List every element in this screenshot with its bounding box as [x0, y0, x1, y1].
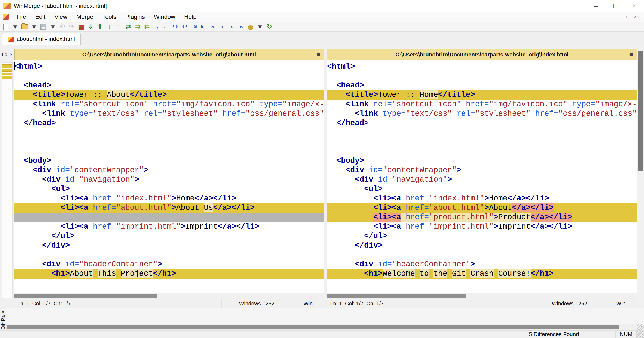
code-line[interactable]: <html> — [327, 62, 637, 72]
vertical-scrollbar[interactable] — [637, 49, 644, 308]
right-header-menu-icon[interactable]: ≡ — [629, 51, 633, 58]
code-line[interactable] — [327, 128, 637, 137]
code-line[interactable]: <li><a href="imprint.html">Imprint</a></… — [14, 222, 324, 232]
open-dropdown[interactable]: ▾ — [30, 22, 38, 31]
undo-button[interactable]: ↶ — [58, 22, 67, 31]
code-line[interactable]: <li><a href="about.html">About</a></li> — [327, 203, 637, 213]
close-button[interactable]: × — [625, 0, 644, 12]
location-diff-marker[interactable] — [2, 69, 12, 72]
next-file-button[interactable]: › — [227, 22, 236, 31]
location-diff-marker[interactable] — [2, 76, 12, 79]
open-button[interactable] — [20, 22, 29, 31]
minimize-button[interactable]: – — [586, 0, 606, 12]
mdi-close-button[interactable]: × — [630, 12, 640, 21]
window-resize-grip[interactable] — [637, 330, 644, 338]
menu-edit[interactable]: Edit — [30, 12, 50, 22]
location-diff-marker[interactable] — [2, 72, 12, 75]
code-line[interactable]: </head> — [327, 118, 637, 128]
view-report-button[interactable]: ▦ — [76, 22, 86, 31]
code-line[interactable] — [327, 137, 637, 147]
tab-about-index[interactable]: about.html - index.html — [2, 33, 81, 45]
location-diff-marker[interactable] — [2, 64, 12, 68]
copy-all-left-button[interactable]: ↑ — [114, 22, 123, 31]
code-line[interactable]: <div id="navigation"> — [327, 175, 637, 184]
code-line[interactable] — [14, 147, 324, 156]
code-line[interactable] — [14, 250, 324, 260]
left-file-header[interactable]: C:\Users\brunobrito\Documents\carparts-w… — [14, 49, 324, 60]
previous-difference-button[interactable]: ← — [161, 22, 170, 31]
redo-button[interactable]: ↷ — [67, 22, 76, 31]
refresh-button[interactable]: ↻ — [265, 22, 274, 31]
document-system-icon[interactable] — [2, 14, 9, 20]
diff-pane-resize-grip[interactable] — [637, 324, 644, 330]
code-line[interactable]: <link type="text/css" rel="stylesheet" h… — [327, 109, 637, 118]
left-header-menu-icon[interactable]: ≡ — [316, 51, 320, 58]
code-line[interactable] — [14, 137, 324, 147]
new-file-button[interactable] — [1, 22, 10, 31]
menu-view[interactable]: View — [50, 12, 72, 22]
location-map[interactable] — [2, 62, 12, 298]
code-line[interactable]: <body> — [327, 156, 637, 166]
diff-pane-close-icon[interactable]: × — [2, 309, 4, 315]
location-pane-close-icon[interactable]: × — [10, 52, 12, 58]
code-line[interactable]: <li><a href="product.html">Product</a></… — [327, 213, 637, 222]
code-line[interactable]: <ul> — [14, 184, 324, 194]
code-line[interactable] — [327, 250, 637, 260]
code-line[interactable]: <link rel="shortcut icon" href="img/favi… — [14, 100, 324, 109]
diff-pane-horizontal-scrollbar[interactable] — [6, 324, 637, 330]
code-line[interactable]: <div id="navigation"> — [14, 175, 324, 184]
code-line[interactable]: <li><a href="index.html">Home</a></li> — [14, 194, 324, 203]
code-line[interactable]: <head> — [14, 81, 324, 90]
right-code-editor[interactable]: <html> <head> <title>Tower :: Home</titl… — [327, 60, 637, 293]
copy-all-right-button[interactable]: ↓ — [105, 22, 114, 31]
save-button[interactable] — [39, 22, 48, 31]
menu-merge[interactable]: Merge — [72, 12, 98, 22]
diff-pane-body[interactable] — [6, 308, 644, 330]
menu-tools[interactable]: Tools — [98, 12, 121, 22]
code-line[interactable] — [327, 147, 637, 156]
next-difference-button[interactable]: → — [152, 22, 161, 31]
left-horizontal-scrollbar[interactable] — [14, 293, 324, 299]
next-conflict-button[interactable]: ↪ — [171, 22, 180, 31]
plugins-dropdown[interactable]: ▾ — [256, 22, 264, 31]
code-line[interactable]: <h1>About This Project</h1> — [14, 269, 324, 278]
copy-right-button[interactable]: ⇓ — [86, 22, 95, 31]
copy-left-button[interactable]: ⇑ — [96, 22, 104, 31]
code-line[interactable]: </div> — [14, 241, 324, 250]
menu-file[interactable]: File — [12, 12, 30, 22]
save-dropdown[interactable]: ▾ — [48, 22, 57, 31]
all-right-button[interactable]: ⇉ — [133, 22, 142, 31]
vertical-scrollbar-thumb[interactable] — [638, 51, 643, 171]
mdi-minimize-button[interactable]: – — [610, 12, 620, 21]
code-line[interactable]: <li><a href="imprint.html">Imprint</a></… — [327, 222, 637, 232]
right-file-header[interactable]: C:\Users\brunobrito\Documents\carparts-w… — [327, 49, 637, 60]
code-line[interactable]: <div id="contentWrapper"> — [14, 166, 324, 175]
first-difference-button[interactable]: « — [208, 22, 218, 31]
new-file-dropdown[interactable]: ▾ — [11, 22, 20, 31]
left-code-editor[interactable]: <html> <head> <title>Tower :: About</tit… — [14, 60, 324, 293]
code-line[interactable]: <h1>Welcome to the Git Crash Course!</h1… — [327, 269, 637, 278]
code-line[interactable]: <title>Tower :: About</title> — [14, 90, 324, 100]
code-line[interactable]: </div> — [327, 241, 637, 250]
menu-window[interactable]: Window — [149, 12, 180, 22]
code-line[interactable]: </head> — [14, 118, 324, 128]
code-line[interactable]: <link rel="shortcut icon" href="img/favi… — [327, 100, 637, 109]
code-line[interactable]: <link type="text/css" rel="stylesheet" h… — [14, 109, 324, 118]
previous-conflict-button[interactable]: ↩ — [180, 22, 189, 31]
code-line[interactable]: <li><a href="index.html">Home</a></li> — [327, 194, 637, 203]
right-scrollbar-thumb[interactable] — [327, 294, 466, 298]
last-difference-button[interactable]: » — [237, 22, 246, 31]
mdi-restore-button[interactable]: □ — [620, 12, 630, 21]
plugins-button[interactable]: ◉ — [246, 22, 255, 31]
pane-splitter[interactable] — [324, 49, 327, 308]
maximize-button[interactable]: □ — [606, 0, 625, 12]
copy-left-and-advance-button[interactable]: ⇤ — [199, 22, 208, 31]
code-line[interactable]: <div id="headerContainer"> — [327, 260, 637, 269]
code-line[interactable]: <html> — [14, 62, 324, 72]
left-scrollbar-thumb[interactable] — [14, 294, 157, 298]
menu-plugins[interactable]: Plugins — [121, 12, 149, 22]
code-line[interactable] — [14, 128, 324, 137]
code-line[interactable] — [327, 72, 637, 81]
all-left-button[interactable]: ⇇ — [142, 22, 152, 31]
code-line[interactable] — [14, 72, 324, 81]
